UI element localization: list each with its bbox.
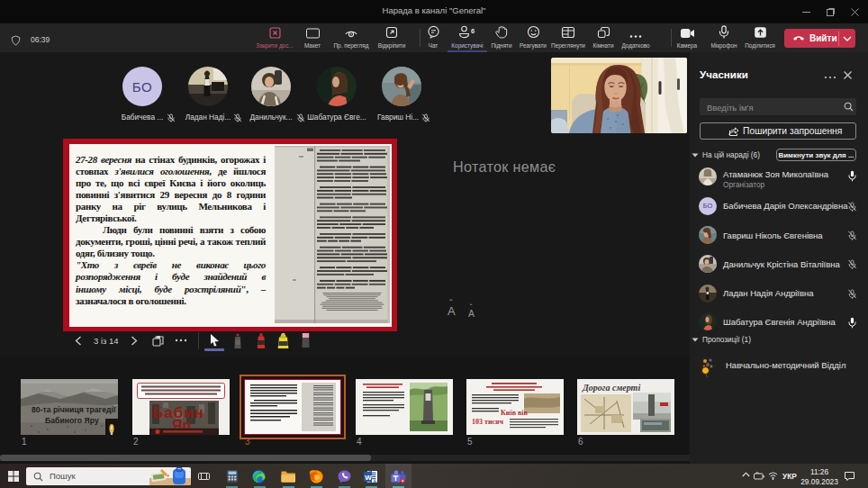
svg-text:80-та річниця трагедії: 80-та річниця трагедії	[32, 405, 116, 414]
svg-text:W: W	[365, 474, 372, 482]
svg-text:103 тисяч: 103 тисяч	[472, 418, 503, 426]
svg-text:6: 6	[471, 27, 475, 35]
svg-text:Бабиного Яру: Бабиного Яру	[45, 416, 99, 425]
svg-text:Дорога смерті: Дорога смерті	[582, 383, 640, 393]
svg-text:Київ вів: Київ вів	[501, 409, 528, 417]
